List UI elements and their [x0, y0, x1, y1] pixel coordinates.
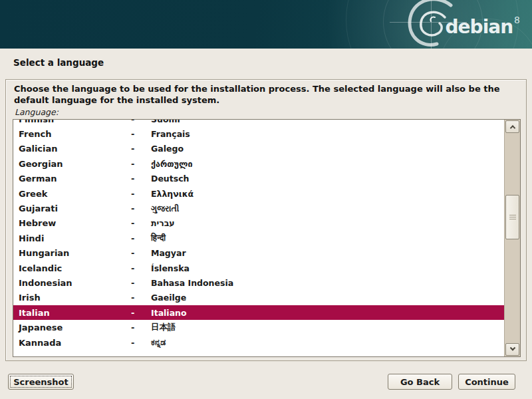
language-row[interactable]: German - Deutsch [13, 172, 504, 186]
language-english-name: Hungarian [19, 248, 131, 258]
language-english-name: Kannada [19, 338, 131, 348]
continue-button[interactable]: Continue [458, 374, 515, 390]
separator-dash: - [131, 159, 151, 169]
brand-logo: debian8 [446, 18, 520, 37]
language-native-name: Italiano [151, 308, 504, 318]
language-native-name: Galego [151, 144, 504, 154]
scrollbar-track[interactable] [505, 133, 520, 343]
language-english-name: Galician [19, 144, 131, 154]
language-row[interactable]: Indonesian - Bahasa Indonesia [13, 275, 504, 290]
thumb-grip-icon [509, 215, 516, 219]
installer-window: debian8 Select a language Choose the lan… [0, 0, 532, 399]
scrollbar-thumb[interactable] [505, 195, 519, 239]
language-english-name: Icelandic [19, 263, 131, 273]
language-english-name: Greek [19, 189, 131, 199]
go-back-button[interactable]: Go Back [388, 374, 452, 390]
language-rows: Finnish - Suomi French - Français Galici… [13, 120, 504, 350]
language-row[interactable]: Irish - Gaeilge [13, 291, 504, 305]
language-native-name: Magyar [151, 248, 504, 258]
language-english-name: Hebrew [19, 218, 131, 228]
separator-dash: - [131, 120, 151, 124]
separator-dash: - [131, 144, 151, 154]
language-native-name: ಕನ್ನಡ [151, 337, 504, 348]
language-native-name: 日本語 [151, 322, 504, 333]
content-frame: Choose the language to be used for the i… [5, 79, 527, 361]
separator-dash: - [131, 278, 151, 288]
language-native-name: ગુજરાતી [151, 203, 504, 214]
language-row[interactable]: Galician - Galego [13, 142, 504, 156]
language-row[interactable]: Greek - Ελληνικά [13, 186, 504, 201]
language-english-name: Georgian [19, 159, 131, 169]
language-listbox[interactable]: Finnish - Suomi French - Français Galici… [13, 119, 521, 357]
language-row[interactable]: Kannada - ಕನ್ನಡ [13, 335, 504, 350]
language-row[interactable]: Gujarati - ગુજરાતી [13, 201, 504, 215]
separator-dash: - [131, 293, 151, 303]
language-native-name: Gaeilge [151, 293, 504, 303]
language-rows-viewport: Finnish - Suomi French - Français Galici… [13, 120, 504, 356]
banner: debian8 [0, 0, 532, 49]
language-english-name: Indonesian [19, 278, 131, 288]
separator-dash: - [131, 174, 151, 184]
scroll-up-button[interactable] [505, 120, 519, 133]
vertical-scrollbar[interactable] [504, 120, 520, 356]
language-native-name: Suomi [151, 120, 504, 124]
language-english-name: Japanese [19, 323, 131, 332]
language-label: Language: [15, 107, 59, 117]
brand-version: 8 [514, 15, 520, 25]
language-row[interactable]: Georgian - ქართული [13, 156, 504, 171]
language-row[interactable]: Italian - Italiano [13, 305, 504, 320]
language-row[interactable]: Japanese - 日本語 [13, 320, 504, 334]
separator-dash: - [131, 248, 151, 258]
language-row[interactable]: Finnish - Suomi [13, 120, 504, 126]
language-native-name: Ελληνικά [151, 189, 504, 199]
separator-dash: - [131, 323, 151, 332]
separator-dash: - [131, 233, 151, 243]
language-native-name: Français [151, 129, 504, 139]
language-english-name: German [19, 174, 131, 184]
language-english-name: French [19, 129, 131, 139]
language-native-name: עברית [151, 218, 504, 228]
separator-dash: - [131, 218, 151, 228]
language-native-name: Íslenska [151, 263, 504, 273]
language-row[interactable]: Icelandic - Íslenska [13, 261, 504, 275]
separator-dash: - [131, 308, 151, 318]
language-row[interactable]: Hebrew - עברית [13, 216, 504, 231]
language-native-name: Deutsch [151, 174, 504, 184]
page-title: Select a language [13, 57, 104, 68]
language-english-name: Irish [19, 293, 131, 303]
language-native-name: हिन्दी [151, 233, 504, 243]
language-english-name: Finnish [19, 120, 131, 124]
language-row[interactable]: Hungarian - Magyar [13, 246, 504, 261]
description-text: Choose the language to be used for the i… [14, 83, 501, 106]
language-english-name: Hindi [19, 233, 131, 243]
chevron-down-icon [509, 344, 515, 350]
language-english-name: Italian [19, 308, 131, 318]
language-native-name: Bahasa Indonesia [151, 278, 504, 288]
brand-name: debian [446, 16, 513, 38]
language-native-name: ქართული [151, 159, 504, 169]
chevron-up-icon [509, 125, 515, 130]
separator-dash: - [131, 338, 151, 348]
separator-dash: - [131, 263, 151, 273]
language-row[interactable]: Hindi - हिन्दी [13, 231, 504, 245]
language-english-name: Gujarati [19, 203, 131, 213]
screenshot-button[interactable]: Screenshot [8, 374, 74, 390]
language-row[interactable]: French - Français [13, 126, 504, 141]
separator-dash: - [131, 203, 151, 213]
scroll-down-button[interactable] [505, 343, 519, 356]
separator-dash: - [131, 189, 151, 199]
separator-dash: - [131, 129, 151, 139]
